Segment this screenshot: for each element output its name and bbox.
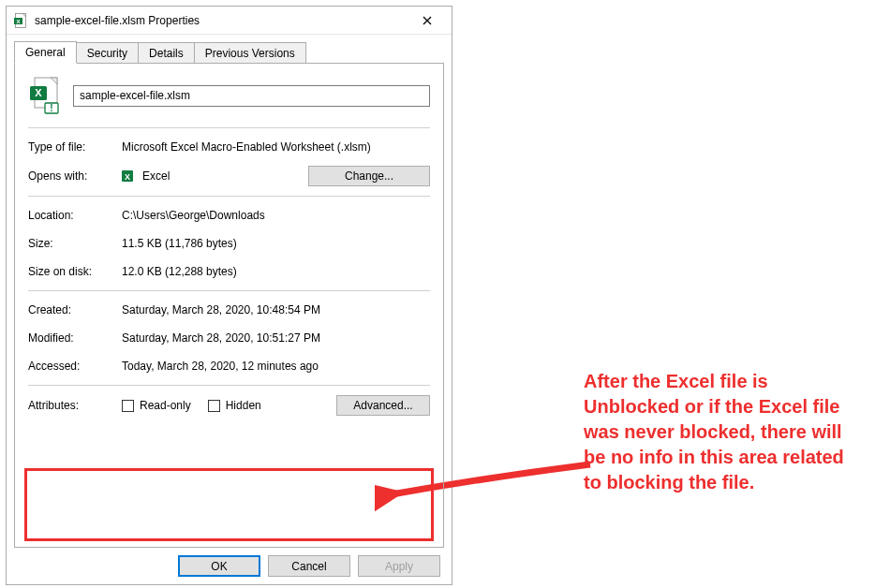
- svg-text:!: !: [50, 103, 52, 113]
- checkbox-readonly[interactable]: Read-only: [122, 399, 191, 412]
- svg-text:X: X: [125, 172, 130, 182]
- file-header: X !: [28, 77, 430, 114]
- label-hidden: Hidden: [226, 399, 261, 412]
- row-modified: Modified: Saturday, March 28, 2020, 10:5…: [28, 329, 430, 347]
- divider: [28, 290, 430, 291]
- annotation-highlight-box: [24, 468, 434, 541]
- apply-button[interactable]: Apply: [358, 555, 440, 577]
- row-attributes: Attributes: Read-only Hidden Advanced...: [28, 395, 430, 416]
- cancel-button[interactable]: Cancel: [268, 555, 350, 577]
- label-created: Created:: [28, 303, 122, 316]
- label-size: Size:: [28, 237, 122, 250]
- titlebar: X sample-excel-file.xlsm Properties: [7, 7, 452, 35]
- value-opens-with: Excel: [142, 169, 170, 183]
- ok-button[interactable]: OK: [178, 555, 260, 577]
- dialog-button-row: OK Cancel Apply: [7, 548, 452, 584]
- row-size: Size: 11.5 KB (11,786 bytes): [28, 234, 430, 253]
- label-attributes: Attributes:: [28, 399, 122, 412]
- checkbox-icon: [122, 400, 134, 412]
- value-type-of-file: Microsoft Excel Macro-Enabled Worksheet …: [122, 140, 430, 154]
- excel-macro-file-icon: X !: [28, 77, 62, 114]
- tabs-area: General Security Details Previous Versio…: [7, 35, 452, 548]
- label-size-on-disk: Size on disk:: [28, 265, 122, 278]
- row-created: Created: Saturday, March 28, 2020, 10:48…: [28, 301, 430, 319]
- divider: [28, 385, 430, 386]
- label-modified: Modified:: [28, 331, 122, 345]
- checkbox-hidden[interactable]: Hidden: [208, 399, 261, 412]
- window-title: sample-excel-file.xlsm Properties: [35, 14, 408, 27]
- value-created: Saturday, March 28, 2020, 10:48:54 PM: [122, 303, 430, 316]
- tab-general[interactable]: General: [14, 41, 77, 64]
- change-button[interactable]: Change...: [308, 166, 430, 186]
- label-accessed: Accessed:: [28, 360, 122, 373]
- label-readonly: Read-only: [140, 399, 191, 412]
- filename-input[interactable]: [73, 85, 430, 107]
- svg-text:X: X: [35, 87, 42, 98]
- value-size: 11.5 KB (11,786 bytes): [122, 237, 430, 250]
- excel-app-icon: X: [122, 169, 137, 184]
- annotation-text: After the Excel file is Unblocked or if …: [584, 369, 860, 495]
- tab-panel-general: X ! Type of file: Microsoft Excel Macro-…: [14, 63, 444, 548]
- checkbox-icon: [208, 400, 220, 412]
- row-location: Location: C:\Users\George\Downloads: [28, 206, 430, 225]
- svg-text:X: X: [16, 18, 20, 23]
- close-button[interactable]: [408, 7, 446, 34]
- row-opens-with: Opens with: X Excel Change...: [28, 166, 430, 186]
- row-accessed: Accessed: Today, March 28, 2020, 12 minu…: [28, 357, 430, 375]
- close-icon: [423, 16, 432, 25]
- value-size-on-disk: 12.0 KB (12,288 bytes): [122, 265, 430, 278]
- value-modified: Saturday, March 28, 2020, 10:51:27 PM: [122, 331, 430, 345]
- value-accessed: Today, March 28, 2020, 12 minutes ago: [122, 360, 430, 373]
- divider: [28, 196, 430, 197]
- label-type-of-file: Type of file:: [28, 140, 122, 154]
- row-type-of-file: Type of file: Microsoft Excel Macro-Enab…: [28, 138, 430, 156]
- label-opens-with: Opens with:: [28, 169, 122, 183]
- label-location: Location:: [28, 209, 122, 222]
- advanced-button[interactable]: Advanced...: [336, 395, 430, 416]
- excel-file-icon: X: [14, 13, 29, 28]
- properties-dialog: X sample-excel-file.xlsm Properties Gene…: [6, 6, 452, 585]
- tab-details[interactable]: Details: [138, 42, 195, 64]
- tabstrip: General Security Details Previous Versio…: [14, 40, 444, 63]
- tab-previous-versions[interactable]: Previous Versions: [194, 42, 306, 64]
- value-location: C:\Users\George\Downloads: [122, 209, 430, 222]
- row-size-on-disk: Size on disk: 12.0 KB (12,288 bytes): [28, 262, 430, 281]
- divider: [28, 127, 430, 128]
- tab-security[interactable]: Security: [76, 42, 139, 64]
